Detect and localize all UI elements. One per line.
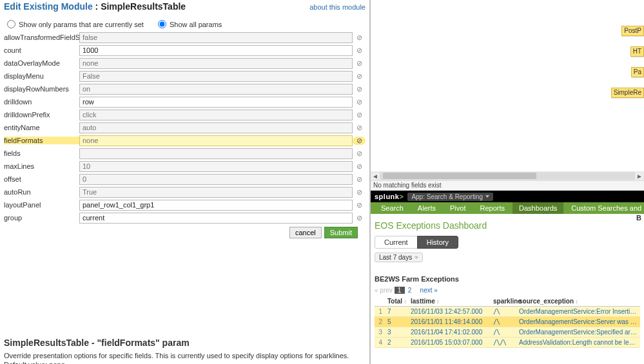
pager-next[interactable]: next » — [419, 287, 439, 294]
nav-item-dashboards[interactable]: Dashboards — [512, 202, 563, 214]
param-label: fieldFormats — [4, 137, 79, 144]
app-selector[interactable]: App: Search & Reporting — [407, 193, 493, 201]
nav-item-pivot[interactable]: Pivot — [444, 202, 472, 214]
clear-icon[interactable]: ⊘ — [353, 162, 366, 171]
clear-icon[interactable]: ⊘ — [353, 98, 366, 106]
nav-item-alerts[interactable]: Alerts — [411, 202, 442, 214]
param-input-displayMenu[interactable] — [79, 71, 353, 82]
table-row[interactable]: 252016/11/01 11:48:14.000/\OrderManageme… — [375, 317, 640, 327]
pager-page-2[interactable]: 2 — [405, 287, 415, 294]
radio-show-all-input[interactable] — [158, 20, 166, 28]
param-input-fields[interactable] — [79, 148, 353, 159]
about-module-link[interactable]: about this module — [309, 3, 366, 11]
clear-icon[interactable]: ⊘ — [353, 188, 366, 196]
scroll-left-icon[interactable]: ◄ — [371, 173, 380, 180]
col-total[interactable]: Total — [385, 296, 408, 307]
nav-item-custom-searches-and-reports[interactable]: Custom Searches and Reports — [565, 202, 644, 214]
clear-icon[interactable]: ⊘ — [353, 46, 366, 55]
cell-source-exception: AddressValidation:Length cannot be less … — [516, 338, 640, 348]
param-label: dataOverlayMode — [4, 59, 79, 67]
param-row-fieldFormats: fieldFormats⊘ — [4, 134, 366, 147]
col-sparkline[interactable]: sparkline — [491, 296, 516, 307]
pager: « prev 12next » — [375, 287, 640, 294]
param-input-fieldFormats[interactable] — [79, 135, 353, 146]
scroll-right-icon[interactable]: ► — [635, 173, 644, 180]
param-input-count[interactable] — [79, 45, 353, 56]
radio-show-all[interactable]: Show all params — [155, 21, 222, 28]
param-row-drilldown: drilldown⊘ — [4, 95, 366, 108]
dashboard-body: EOS Exceptions Dashboard Current History… — [371, 214, 644, 364]
nav-item-reports[interactable]: Reports — [473, 202, 511, 214]
param-input-entityName[interactable] — [79, 122, 353, 133]
submit-button[interactable]: Submit — [324, 227, 358, 238]
param-input-drilldown[interactable] — [79, 97, 353, 108]
param-input-layoutPanel[interactable] — [79, 200, 353, 211]
param-doc-title: SimpleResultsTable - "fieldFormats" para… — [4, 338, 366, 348]
tree-hscrollbar[interactable]: ◄ ► — [371, 171, 644, 180]
param-row-drilldownPrefix: drilldownPrefix⊘ — [4, 108, 366, 121]
clear-icon[interactable]: ⊘ — [353, 34, 366, 42]
clear-icon[interactable]: ⊘ — [353, 111, 366, 119]
param-row-entityName: entityName⊘ — [4, 121, 366, 134]
param-input-displayRowNumbers[interactable] — [79, 84, 353, 95]
param-input-drilldownPrefix[interactable] — [79, 110, 353, 120]
param-input-dataOverlayMode[interactable] — [79, 58, 353, 69]
scroll-track[interactable] — [380, 172, 635, 180]
table-row[interactable]: 172016/11/03 12:42:57.000/\OrderManageme… — [375, 307, 640, 317]
tab-group: Current History — [375, 236, 458, 249]
clear-icon[interactable]: ⊘ — [353, 85, 366, 93]
col-source-exception[interactable]: source_exception — [516, 296, 640, 307]
tree-node-ht[interactable]: HT — [630, 46, 644, 57]
cell-source-exception: OrderManagementService:Specified argumen… — [516, 327, 640, 338]
clear-icon[interactable]: ⊘ — [353, 59, 366, 68]
scroll-thumb[interactable] — [383, 173, 536, 179]
param-row-dataOverlayMode: dataOverlayMode⊘ — [4, 57, 366, 70]
radio-only-set[interactable]: Show only params that are currently set — [4, 21, 146, 28]
clear-icon[interactable]: ⊘ — [353, 201, 366, 209]
clear-icon[interactable]: ⊘ — [353, 149, 366, 158]
clear-icon[interactable]: ⊘ — [353, 124, 366, 132]
nav-item-search[interactable]: Search — [375, 202, 410, 214]
param-input-allowTransformedFieldSelect[interactable] — [79, 32, 353, 43]
table-row[interactable]: 332016/11/04 17:41:02.000/\OrderManageme… — [375, 327, 640, 338]
tree-node-postp[interactable]: PostP — [621, 26, 644, 36]
param-input-group[interactable] — [79, 213, 353, 224]
pager-prev[interactable]: « prev — [375, 287, 395, 294]
cell-total: 7 — [385, 307, 408, 317]
param-label: entityName — [4, 124, 79, 131]
cell-sparkline: /\ — [491, 327, 516, 338]
cell-sparkline: /\/\ — [491, 338, 516, 348]
param-label: maxLines — [4, 162, 79, 170]
param-input-autoRun[interactable] — [79, 187, 353, 198]
results-table: Total lasttime sparkline source_exceptio… — [375, 296, 640, 348]
col-rownum — [375, 296, 385, 307]
param-row-displayMenu: displayMenu⊘ — [4, 70, 366, 82]
clear-icon[interactable]: ⊘ — [353, 214, 366, 222]
clear-icon[interactable]: ⊘ — [353, 72, 366, 81]
splunk-header: splunk> App: Search & Reporting — [371, 191, 644, 202]
tree-node-simplere[interactable]: SimpleRe — [611, 88, 644, 98]
cancel-button[interactable]: cancel — [289, 227, 322, 238]
col-lasttime[interactable]: lasttime — [408, 296, 491, 307]
radio-only-set-input[interactable] — [7, 20, 15, 28]
tab-current[interactable]: Current — [375, 236, 417, 249]
cell-lasttime: 2016/11/01 11:48:14.000 — [408, 317, 491, 327]
module-tree[interactable]: PostP HT Pa SimpleRe ◄ ► — [371, 0, 644, 180]
pager-page-1[interactable]: 1 — [395, 287, 405, 294]
tree-node-pa[interactable]: Pa — [631, 67, 644, 77]
chevron-down-icon — [415, 256, 418, 259]
status-bar: No matching fields exist — [371, 180, 644, 191]
clear-icon[interactable]: ⊘ — [353, 137, 366, 145]
table-row[interactable]: 422016/11/05 15:03:07.000/\/\AddressVali… — [375, 338, 640, 348]
cell-total: 2 — [385, 338, 408, 348]
clear-icon[interactable]: ⊘ — [353, 175, 366, 184]
param-input-maxLines[interactable] — [79, 161, 353, 172]
preview-pane: PostP HT Pa SimpleRe ◄ ► No matching fie… — [371, 0, 644, 364]
panel-title: BE2WS Farm Exceptions — [375, 275, 459, 283]
timerange-picker[interactable]: Last 7 days — [375, 253, 423, 262]
tab-history[interactable]: History — [417, 236, 458, 249]
param-row-count: count⊘ — [4, 44, 366, 57]
cell-rownum: 3 — [375, 327, 385, 338]
param-input-offset[interactable] — [79, 174, 353, 185]
params-list: allowTransformedFieldSelect⊘count⊘dataOv… — [4, 31, 366, 224]
